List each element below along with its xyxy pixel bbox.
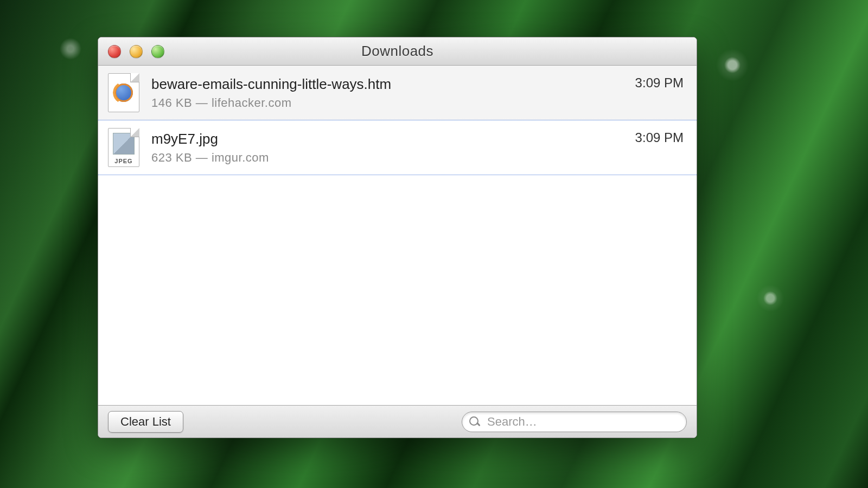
jpeg-file-icon: JPEG — [108, 128, 139, 167]
downloads-list[interactable]: beware-emails-cunning-little-ways.htm 14… — [98, 66, 697, 405]
download-row[interactable]: JPEG m9yE7.jpg 623 KB — imgur.com 3:09 P… — [98, 120, 697, 175]
search-field-wrapper — [462, 412, 687, 432]
zoom-window-button[interactable] — [151, 45, 164, 58]
downloads-window: Downloads beware-emails-cunning-little-w… — [98, 37, 697, 438]
search-input[interactable] — [462, 412, 687, 432]
clear-list-button[interactable]: Clear List — [108, 411, 183, 433]
close-window-button[interactable] — [108, 45, 121, 58]
bottom-toolbar: Clear List — [98, 405, 697, 438]
download-row-text: m9yE7.jpg 623 KB — imgur.com — [151, 131, 615, 165]
titlebar[interactable]: Downloads — [98, 37, 697, 66]
download-time: 3:09 PM — [635, 130, 684, 145]
download-time: 3:09 PM — [635, 75, 684, 91]
download-meta: 146 KB — lifehacker.com — [151, 96, 615, 110]
download-row-text: beware-emails-cunning-little-ways.htm 14… — [151, 76, 615, 110]
download-meta: 623 KB — imgur.com — [151, 151, 615, 165]
window-controls — [108, 45, 164, 58]
download-filename: beware-emails-cunning-little-ways.htm — [151, 76, 615, 93]
download-filename: m9yE7.jpg — [151, 131, 615, 147]
minimize-window-button[interactable] — [130, 45, 143, 58]
search-icon — [469, 416, 480, 427]
html-file-icon — [108, 73, 139, 112]
download-row[interactable]: beware-emails-cunning-little-ways.htm 14… — [98, 66, 697, 120]
desktop-wallpaper: Downloads beware-emails-cunning-little-w… — [0, 0, 868, 488]
window-title: Downloads — [361, 43, 433, 60]
